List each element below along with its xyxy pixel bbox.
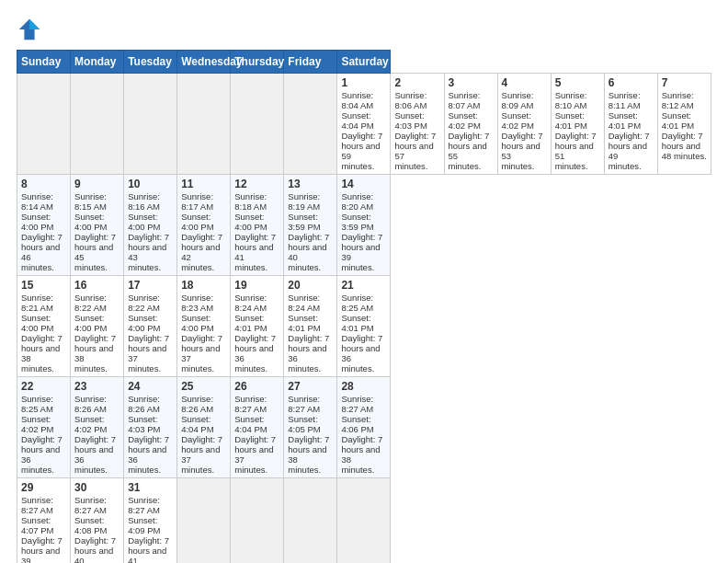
calendar-cell: 15 Sunrise: 8:21 AM Sunset: 4:00 PM Dayl…	[17, 276, 71, 377]
calendar-cell: 18 Sunrise: 8:23 AM Sunset: 4:00 PM Dayl…	[177, 276, 231, 377]
daylight-text: Daylight: 7 hours and 57 minutes.	[394, 131, 436, 171]
daylight-text: Daylight: 7 hours and 46 minutes.	[21, 232, 63, 272]
day-number: 22	[21, 380, 66, 393]
daylight-text: Daylight: 7 hours and 36 minutes.	[128, 434, 169, 475]
calendar-cell: 21 Sunrise: 8:25 AM Sunset: 4:01 PM Dayl…	[337, 276, 391, 377]
day-number: 23	[74, 380, 119, 393]
day-number: 2	[394, 76, 439, 89]
sunrise-text: Sunrise: 8:26 AM	[74, 394, 107, 414]
calendar-cell: 5 Sunrise: 8:10 AM Sunset: 4:01 PM Dayli…	[551, 74, 604, 175]
daylight-text: Daylight: 7 hours and 41 minutes.	[234, 232, 276, 272]
calendar-page: SundayMondayTuesdayWednesdayThursdayFrid…	[0, 0, 728, 563]
calendar-cell: 23 Sunrise: 8:26 AM Sunset: 4:02 PM Dayl…	[71, 377, 124, 478]
day-number: 28	[341, 380, 386, 393]
daylight-text: Daylight: 7 hours and 36 minutes.	[288, 333, 329, 373]
calendar-cell	[177, 478, 231, 564]
day-number: 1	[341, 76, 386, 89]
day-number: 3	[449, 76, 494, 89]
logo	[17, 17, 46, 42]
daylight-text: Daylight: 7 hours and 59 minutes.	[341, 131, 382, 171]
daylight-text: Daylight: 7 hours and 36 minutes.	[74, 434, 116, 475]
sunrise-text: Sunrise: 8:27 AM	[74, 495, 107, 515]
calendar-cell: 28 Sunrise: 8:27 AM Sunset: 4:06 PM Dayl…	[337, 377, 391, 478]
sunset-text: Sunset: 3:59 PM	[288, 212, 320, 232]
sunset-text: Sunset: 4:08 PM	[74, 515, 107, 535]
sunrise-text: Sunrise: 8:16 AM	[128, 191, 160, 212]
calendar-cell: 11 Sunrise: 8:17 AM Sunset: 4:00 PM Dayl…	[177, 175, 231, 276]
calendar-cell	[177, 74, 231, 175]
day-number: 20	[288, 279, 333, 292]
sunrise-text: Sunrise: 8:22 AM	[74, 293, 107, 313]
daylight-text: Daylight: 7 hours and 38 minutes.	[21, 333, 63, 373]
calendar-cell: 20 Sunrise: 8:24 AM Sunset: 4:01 PM Dayl…	[284, 276, 337, 377]
daylight-text: Daylight: 7 hours and 40 minutes.	[288, 232, 329, 272]
sunrise-text: Sunrise: 8:14 AM	[21, 191, 53, 212]
calendar-cell	[71, 74, 124, 175]
sunrise-text: Sunrise: 8:27 AM	[234, 394, 267, 414]
calendar-table: SundayMondayTuesdayWednesdayThursdayFrid…	[17, 50, 711, 563]
calendar-week-row: 8 Sunrise: 8:14 AM Sunset: 4:00 PM Dayli…	[17, 175, 711, 276]
calendar-cell: 8 Sunrise: 8:14 AM Sunset: 4:00 PM Dayli…	[17, 175, 71, 276]
calendar-cell	[124, 74, 177, 175]
sunset-text: Sunset: 4:00 PM	[181, 212, 213, 232]
day-number: 30	[74, 481, 119, 494]
day-number: 14	[341, 178, 386, 190]
calendar-cell: 1 Sunrise: 8:04 AM Sunset: 4:04 PM Dayli…	[337, 74, 391, 175]
daylight-text: Daylight: 7 hours and 37 minutes.	[234, 434, 276, 475]
day-number: 21	[341, 279, 386, 292]
sunrise-text: Sunrise: 8:17 AM	[181, 191, 213, 212]
daylight-text: Daylight: 7 hours and 53 minutes.	[502, 131, 543, 171]
sunrise-text: Sunrise: 8:25 AM	[21, 394, 53, 414]
sunset-text: Sunset: 4:01 PM	[341, 313, 373, 333]
header-day: Tuesday	[124, 51, 177, 74]
sunrise-text: Sunrise: 8:20 AM	[341, 191, 373, 212]
sunset-text: Sunset: 4:02 PM	[74, 414, 107, 434]
daylight-text: Daylight: 7 hours and 49 minutes.	[609, 131, 650, 171]
daylight-text: Daylight: 7 hours and 39 minutes.	[341, 232, 382, 272]
sunrise-text: Sunrise: 8:04 AM	[341, 90, 373, 110]
day-number: 11	[181, 178, 226, 190]
header-day: Monday	[71, 51, 124, 74]
sunset-text: Sunset: 3:59 PM	[341, 212, 373, 232]
sunrise-text: Sunrise: 8:27 AM	[21, 495, 53, 515]
calendar-week-row: 22 Sunrise: 8:25 AM Sunset: 4:02 PM Dayl…	[17, 377, 711, 478]
sunset-text: Sunset: 4:00 PM	[21, 313, 53, 333]
calendar-cell: 26 Sunrise: 8:27 AM Sunset: 4:04 PM Dayl…	[231, 377, 284, 478]
header-day: Thursday	[231, 51, 284, 74]
calendar-cell: 14 Sunrise: 8:20 AM Sunset: 3:59 PM Dayl…	[337, 175, 391, 276]
sunset-text: Sunset: 4:01 PM	[662, 110, 694, 131]
sunset-text: Sunset: 4:01 PM	[555, 110, 587, 131]
sunrise-text: Sunrise: 8:07 AM	[449, 90, 481, 110]
calendar-week-row: 1 Sunrise: 8:04 AM Sunset: 4:04 PM Dayli…	[17, 74, 711, 175]
sunset-text: Sunset: 4:02 PM	[449, 110, 481, 131]
calendar-cell: 25 Sunrise: 8:26 AM Sunset: 4:04 PM Dayl…	[177, 377, 231, 478]
calendar-cell	[337, 478, 391, 564]
calendar-cell: 3 Sunrise: 8:07 AM Sunset: 4:02 PM Dayli…	[444, 74, 497, 175]
sunrise-text: Sunrise: 8:24 AM	[234, 293, 267, 313]
sunset-text: Sunset: 4:00 PM	[234, 212, 267, 232]
calendar-cell: 17 Sunrise: 8:22 AM Sunset: 4:00 PM Dayl…	[124, 276, 177, 377]
sunset-text: Sunset: 4:03 PM	[128, 414, 160, 434]
header-day: Saturday	[337, 51, 391, 74]
daylight-text: Daylight: 7 hours and 38 minutes.	[288, 434, 329, 475]
daylight-text: Daylight: 7 hours and 37 minutes.	[181, 333, 222, 373]
header	[17, 17, 711, 42]
daylight-text: Daylight: 7 hours and 48 minutes.	[662, 131, 707, 161]
daylight-text: Daylight: 7 hours and 38 minutes.	[74, 333, 116, 373]
day-number: 13	[288, 178, 333, 190]
day-number: 24	[128, 380, 173, 393]
sunrise-text: Sunrise: 8:25 AM	[341, 293, 373, 313]
sunset-text: Sunset: 4:01 PM	[609, 110, 641, 131]
sunset-text: Sunset: 4:01 PM	[234, 313, 267, 333]
daylight-text: Daylight: 7 hours and 37 minutes.	[181, 434, 222, 475]
sunset-text: Sunset: 4:00 PM	[21, 212, 53, 232]
calendar-cell	[231, 478, 284, 564]
daylight-text: Daylight: 7 hours and 55 minutes.	[449, 131, 490, 171]
day-number: 17	[128, 279, 173, 292]
day-number: 4	[502, 76, 547, 89]
day-number: 8	[21, 178, 66, 190]
sunset-text: Sunset: 4:00 PM	[128, 313, 160, 333]
sunset-text: Sunset: 4:02 PM	[21, 414, 53, 434]
calendar-cell	[284, 74, 337, 175]
calendar-cell	[17, 74, 71, 175]
